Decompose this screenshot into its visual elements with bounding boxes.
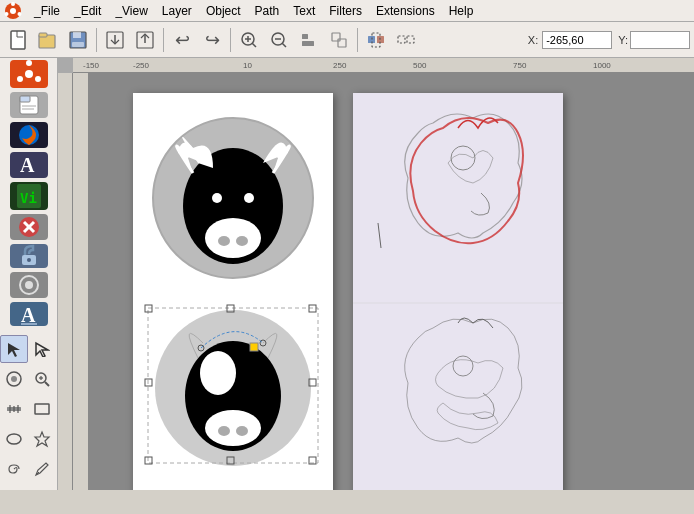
canvas-area[interactable]: -150 -250 10 250 500 750 1000 bbox=[58, 58, 694, 490]
svg-text:Vi: Vi bbox=[20, 190, 37, 206]
svg-point-35 bbox=[17, 76, 23, 82]
vim-icon[interactable]: Vi bbox=[10, 182, 48, 210]
menu-layer[interactable]: Layer bbox=[156, 2, 198, 20]
svg-point-3 bbox=[18, 12, 22, 16]
redo-button[interactable]: ↪ bbox=[198, 26, 226, 54]
calligraphy-tool[interactable] bbox=[28, 485, 56, 490]
text-editor-icon[interactable]: A bbox=[10, 302, 48, 326]
ruler-mark-neg150: -150 bbox=[83, 61, 99, 70]
ruler-mark-500: 500 bbox=[413, 61, 426, 70]
menu-help[interactable]: Help bbox=[443, 2, 480, 20]
menu-filters[interactable]: Filters bbox=[323, 2, 368, 20]
ungroup-button[interactable] bbox=[392, 26, 420, 54]
star-tool[interactable] bbox=[28, 425, 56, 453]
bull-logo-top bbox=[133, 98, 333, 308]
zoom-out-button[interactable] bbox=[265, 26, 293, 54]
align-button[interactable] bbox=[295, 26, 323, 54]
node-tool[interactable] bbox=[28, 335, 56, 363]
svg-point-79 bbox=[244, 193, 254, 203]
spiral-tool[interactable] bbox=[0, 455, 28, 483]
ruler-mark-750: 750 bbox=[513, 61, 526, 70]
svg-point-48 bbox=[27, 258, 31, 262]
tweak-tool[interactable] bbox=[0, 365, 28, 393]
open-button[interactable] bbox=[34, 26, 62, 54]
svg-rect-22 bbox=[302, 34, 308, 39]
ruler-v-area bbox=[73, 73, 88, 490]
x-label: X: bbox=[528, 34, 538, 46]
sep1 bbox=[96, 28, 97, 52]
select-tool[interactable] bbox=[0, 335, 28, 363]
svg-rect-24 bbox=[332, 33, 340, 41]
svg-point-32 bbox=[25, 70, 33, 78]
menu-extensions[interactable]: Extensions bbox=[370, 2, 441, 20]
menubar: _File _Edit _View Layer Object Path Text… bbox=[0, 0, 694, 22]
rect-tool[interactable] bbox=[28, 395, 56, 423]
svg-point-50 bbox=[25, 281, 33, 289]
ubuntu-icon[interactable] bbox=[10, 60, 48, 88]
svg-point-34 bbox=[35, 76, 41, 82]
svg-rect-10 bbox=[72, 42, 84, 47]
bull-logo-bottom bbox=[133, 288, 333, 490]
fonts-icon[interactable]: A bbox=[10, 152, 48, 178]
menu-edit[interactable]: _Edit bbox=[68, 2, 107, 20]
svg-text:A: A bbox=[21, 304, 36, 326]
svg-point-94 bbox=[218, 426, 230, 436]
svg-point-75 bbox=[205, 218, 261, 258]
svg-rect-9 bbox=[73, 32, 81, 38]
ellipse-tool[interactable] bbox=[0, 425, 28, 453]
files-icon[interactable] bbox=[10, 92, 48, 118]
export-button[interactable] bbox=[131, 26, 159, 54]
white-page bbox=[133, 93, 333, 490]
zoom-in-button[interactable] bbox=[235, 26, 263, 54]
pencil-tool[interactable] bbox=[28, 455, 56, 483]
canvas-content bbox=[73, 73, 694, 490]
svg-point-4 bbox=[5, 12, 9, 16]
ruler-mark-250: 250 bbox=[333, 61, 346, 70]
toolbox: A Vi A bbox=[0, 58, 58, 490]
y-input[interactable] bbox=[630, 31, 690, 49]
svg-point-78 bbox=[212, 193, 222, 203]
menu-view[interactable]: _View bbox=[109, 2, 153, 20]
menu-text[interactable]: Text bbox=[287, 2, 321, 20]
main-area: A Vi A bbox=[0, 58, 694, 490]
sketch-drawings bbox=[353, 93, 563, 490]
ruler-mark-1000: 1000 bbox=[593, 61, 611, 70]
lock-icon[interactable] bbox=[10, 244, 48, 268]
zoom-tool[interactable] bbox=[28, 365, 56, 393]
svg-point-92 bbox=[200, 351, 236, 395]
new-button[interactable] bbox=[4, 26, 32, 54]
x-input[interactable] bbox=[542, 31, 612, 49]
menu-file[interactable]: _File bbox=[28, 2, 66, 20]
firefox-icon[interactable] bbox=[10, 122, 48, 148]
svg-rect-7 bbox=[39, 33, 47, 37]
svg-marker-53 bbox=[8, 343, 20, 357]
transform-button[interactable] bbox=[325, 26, 353, 54]
svg-rect-29 bbox=[398, 36, 405, 43]
svg-marker-54 bbox=[36, 343, 48, 357]
sep3 bbox=[230, 28, 231, 52]
ruler-mark-10: 10 bbox=[243, 61, 252, 70]
svg-rect-99 bbox=[353, 93, 563, 490]
sep4 bbox=[357, 28, 358, 52]
pen-tool[interactable] bbox=[0, 485, 28, 490]
import-button[interactable] bbox=[101, 26, 129, 54]
svg-point-93 bbox=[205, 410, 261, 446]
app-logo bbox=[4, 2, 22, 20]
svg-marker-67 bbox=[35, 432, 49, 446]
settings-icon[interactable] bbox=[10, 272, 48, 298]
svg-rect-25 bbox=[338, 39, 346, 47]
inkscape-cross-icon[interactable] bbox=[10, 214, 48, 240]
svg-line-21 bbox=[282, 43, 286, 47]
menu-path[interactable]: Path bbox=[249, 2, 286, 20]
undo-button[interactable]: ↩ bbox=[168, 26, 196, 54]
save-button[interactable] bbox=[64, 26, 92, 54]
menu-object[interactable]: Object bbox=[200, 2, 247, 20]
toolbar: ↩ ↪ X: Y: bbox=[0, 22, 694, 58]
svg-rect-37 bbox=[20, 96, 30, 102]
svg-rect-5 bbox=[11, 31, 25, 49]
group-button[interactable] bbox=[362, 26, 390, 54]
measure-tool[interactable] bbox=[0, 395, 28, 423]
svg-point-56 bbox=[11, 376, 17, 382]
svg-line-18 bbox=[252, 43, 256, 47]
vertical-ruler bbox=[58, 73, 73, 490]
